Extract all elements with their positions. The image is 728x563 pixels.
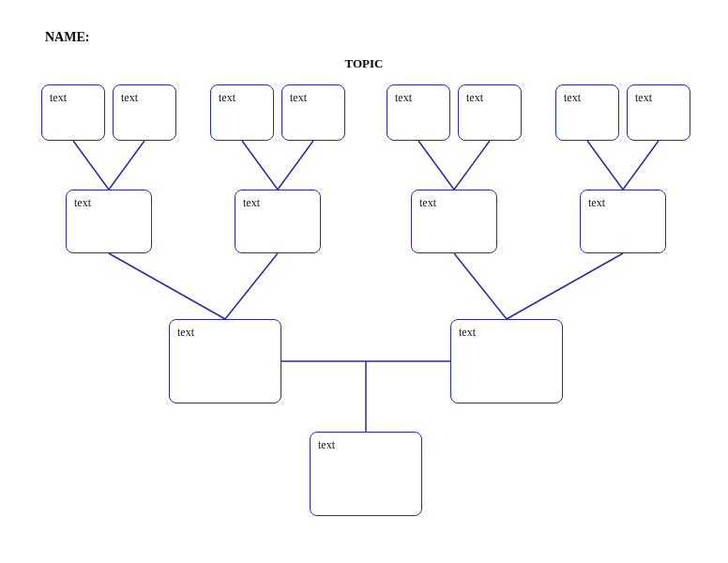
row2-box-2-label: text	[419, 196, 436, 209]
svg-line-9	[225, 253, 278, 319]
row3-box-0-label: text	[177, 326, 194, 339]
row1-box-7: text	[627, 84, 690, 141]
svg-line-2	[242, 141, 278, 190]
row1-box-1: text	[113, 84, 176, 141]
row1-box-7-label: text	[635, 91, 652, 104]
svg-line-1	[109, 141, 144, 190]
row1-box-3-label: text	[290, 91, 307, 104]
row3-box-0: text	[169, 319, 281, 403]
svg-line-0	[73, 141, 109, 190]
row3-box-1-label: text	[459, 326, 476, 339]
svg-line-10	[454, 253, 507, 319]
row2-box-3-label: text	[588, 196, 605, 209]
row4-box-0-label: text	[318, 438, 335, 451]
svg-line-8	[109, 253, 225, 319]
row1-box-6: text	[555, 84, 619, 141]
svg-line-3	[278, 141, 313, 190]
row1-box-1-label: text	[121, 91, 138, 104]
row1-box-3: text	[281, 84, 345, 141]
name-label: NAME:	[45, 30, 89, 45]
row1-box-2: text	[210, 84, 274, 141]
topic-label: TOPIC	[0, 56, 728, 71]
row1-box-5-label: text	[466, 91, 483, 104]
row1-box-5: text	[458, 84, 522, 141]
row1-box-6-label: text	[564, 91, 581, 104]
svg-line-5	[454, 141, 490, 190]
row2-box-0-label: text	[74, 196, 91, 209]
svg-line-7	[623, 141, 659, 190]
row1-box-2-label: text	[219, 91, 235, 104]
row1-box-0-label: text	[50, 91, 67, 104]
row1-box-4-label: text	[395, 91, 412, 104]
svg-line-11	[507, 253, 623, 319]
row2-box-0: text	[66, 190, 152, 253]
row4-box-0: text	[310, 432, 422, 516]
row2-box-2: text	[411, 190, 497, 253]
row1-box-0: text	[41, 84, 105, 141]
row3-box-1: text	[450, 319, 563, 403]
svg-line-4	[418, 141, 454, 190]
row1-box-4: text	[387, 84, 450, 141]
row2-box-1-label: text	[243, 196, 260, 209]
row2-box-3: text	[580, 190, 666, 253]
row2-box-1: text	[235, 190, 321, 253]
svg-line-6	[587, 141, 623, 190]
